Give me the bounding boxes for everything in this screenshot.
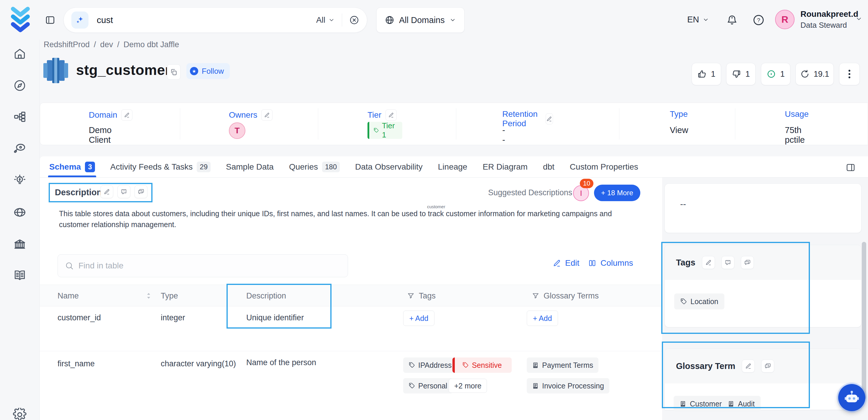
tab-custom-properties[interactable]: Custom Properties [570, 156, 638, 177]
all-domains-button[interactable]: All Domains [376, 7, 465, 33]
comment-description-icon[interactable]: ? [117, 185, 130, 198]
tag-chip[interactable]: IPAddress [403, 357, 457, 373]
edit-table-button[interactable]: Edit [553, 258, 579, 268]
find-in-table-input[interactable] [79, 261, 341, 270]
help-icon[interactable]: ? [751, 13, 766, 27]
more-suggestions-button[interactable]: + 18 More [594, 185, 640, 201]
user-menu-chevron-icon[interactable] [855, 16, 862, 22]
tag-chip-sensitive[interactable]: Sensitive [453, 357, 512, 373]
glossary-icon[interactable] [11, 267, 28, 284]
column-name[interactable]: first_name [58, 359, 95, 368]
right-scrollbar[interactable] [862, 242, 866, 400]
glossary-term-chip[interactable]: Audit [722, 396, 761, 412]
compass-icon[interactable] [11, 77, 28, 94]
glossary-term-chip[interactable]: Invoice Processing [527, 378, 609, 393]
notifications-bell-icon[interactable] [725, 13, 739, 27]
settings-gear-icon[interactable] [11, 406, 28, 420]
glossary-term-chip[interactable]: Payment Terms [527, 357, 598, 373]
follow-button[interactable]: ★ Follow [186, 63, 230, 79]
observability-icon[interactable] [11, 140, 28, 157]
tab-er-diagram[interactable]: ER Diagram [483, 156, 527, 177]
upvote-button[interactable]: 1 [692, 63, 721, 85]
add-tag-button[interactable]: + Add [403, 310, 434, 326]
atlan-logo-icon[interactable] [11, 6, 30, 32]
filter-icon [407, 292, 415, 300]
insights-icon[interactable] [11, 172, 28, 189]
tab-activity-feeds[interactable]: Activity Feeds & Tasks29 [110, 156, 211, 177]
downvote-button[interactable]: 1 [726, 63, 756, 85]
header-type[interactable]: Type [161, 285, 178, 307]
owner-avatar[interactable]: T [229, 122, 245, 139]
suggested-count-badge: 10 [580, 179, 593, 188]
search-scope-value: All [316, 16, 325, 25]
workflow-icon[interactable] [11, 108, 28, 125]
add-glossary-term-button[interactable]: + Add [527, 310, 558, 326]
star-icon: ★ [190, 67, 198, 75]
comment-tags-icon[interactable]: ? [721, 256, 734, 269]
user-avatar[interactable]: R [775, 10, 795, 29]
breadcrumb-schema[interactable]: Demo dbt Jaffle [124, 40, 179, 49]
global-search-bar[interactable]: cust All [63, 7, 367, 33]
column-type: character varying(10) [161, 359, 236, 368]
clear-search-icon[interactable] [349, 15, 359, 25]
tab-dbt[interactable]: dbt [543, 156, 555, 177]
popularity-button[interactable]: 19.1 [796, 63, 834, 85]
breadcrumb-connection[interactable]: RedshiftProd [44, 40, 90, 49]
suggestions-description-icon[interactable] [134, 185, 148, 198]
description-label: Description [55, 187, 102, 197]
edit-tags-icon[interactable] [702, 256, 715, 269]
governance-icon[interactable] [11, 236, 28, 253]
search-scope-dropdown[interactable]: All [316, 16, 335, 25]
edit-description-icon[interactable] [100, 185, 113, 198]
more-actions-button[interactable] [839, 63, 860, 85]
suggestions-tags-icon[interactable] [741, 256, 754, 269]
tag-chip[interactable]: Location [674, 294, 724, 309]
copy-name-icon[interactable] [167, 64, 181, 80]
thumbs-up-icon [697, 69, 707, 79]
user-info[interactable]: Rounakpreet.d Data Steward [801, 9, 854, 30]
tab-data-observability[interactable]: Data Observability [355, 156, 423, 177]
column-type: integer [161, 313, 185, 322]
more-tags-chip[interactable]: +2 more [448, 379, 487, 393]
svg-text:?: ? [123, 190, 125, 192]
edit-glossary-icon[interactable] [742, 360, 755, 372]
web-icon[interactable] [11, 204, 28, 221]
chatbot-button[interactable] [838, 384, 865, 411]
book-icon [727, 400, 734, 407]
tab-lineage[interactable]: Lineage [438, 156, 467, 177]
tab-schema[interactable]: Schema3 [49, 156, 95, 177]
find-in-table[interactable] [58, 254, 348, 277]
breadcrumb-database[interactable]: dev [100, 40, 113, 49]
home-icon[interactable] [11, 45, 28, 62]
certified-icon [767, 69, 776, 79]
column-name[interactable]: customer_id [58, 313, 101, 322]
tab-queries-badge: 180 [322, 162, 340, 172]
suggestions-glossary-icon[interactable] [761, 360, 774, 372]
domain-label: Domain [89, 110, 117, 120]
edit-owners-icon[interactable] [261, 110, 273, 121]
breadcrumb-separator: / [94, 40, 96, 49]
header-glossary-terms[interactable]: Glossary Terms [532, 285, 599, 307]
domain-value[interactable]: Demo Client [89, 125, 112, 145]
glossary-term-chip[interactable]: Customer [674, 396, 727, 412]
header-name[interactable]: Name [58, 285, 79, 307]
edit-domain-icon[interactable] [121, 110, 132, 121]
tab-sample-data[interactable]: Sample Data [226, 156, 274, 177]
edit-tier-icon[interactable] [385, 110, 397, 121]
tab-queries[interactable]: Queries180 [289, 156, 340, 177]
certified-button[interactable]: 1 [761, 63, 790, 85]
language-selector[interactable]: EN [687, 15, 709, 25]
header-description[interactable]: Description [246, 285, 286, 307]
tag-chip[interactable]: Personal [403, 378, 453, 393]
header-tags[interactable]: Tags [407, 285, 436, 307]
collapse-panel-icon[interactable] [844, 161, 857, 174]
column-description[interactable]: Unique identifier [246, 313, 304, 322]
search-input[interactable]: cust [97, 15, 316, 25]
sort-icon[interactable] [146, 285, 152, 307]
tag-icon [408, 383, 415, 389]
columns-button[interactable]: Columns [588, 258, 633, 268]
tier-chip[interactable]: Tier 1 [368, 122, 402, 139]
column-description[interactable]: Name of the person [246, 358, 316, 367]
edit-retention-icon[interactable] [546, 113, 553, 124]
sidebar-toggle-icon[interactable] [44, 13, 57, 27]
